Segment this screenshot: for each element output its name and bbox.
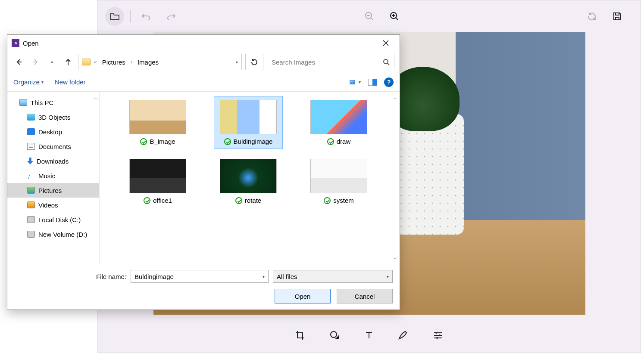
undo-button[interactable] — [137, 7, 156, 26]
save-button[interactable] — [608, 7, 627, 26]
file-name: rotate — [245, 197, 261, 204]
dialog-titlebar[interactable]: .N Open — [7, 35, 400, 51]
downloads-icon — [27, 158, 33, 164]
reset-button[interactable] — [583, 7, 602, 26]
file-item[interactable]: system — [304, 155, 373, 208]
sync-ok-icon — [144, 197, 150, 204]
dialog-title: Open — [23, 40, 39, 47]
navigation-tree[interactable]: ︿ This PC 3D Objects Desktop Documents D… — [7, 92, 100, 265]
tree-downloads[interactable]: Downloads — [7, 154, 99, 168]
shape-tool[interactable] — [328, 329, 341, 341]
tree-label: This PC — [31, 99, 53, 106]
file-name-value: Buldingimage — [134, 273, 174, 280]
documents-icon — [27, 143, 35, 150]
close-button[interactable] — [377, 37, 394, 50]
refresh-button[interactable] — [245, 54, 263, 70]
pictures-icon — [27, 187, 35, 194]
file-item[interactable]: rotate — [214, 155, 283, 208]
tree-local-disk[interactable]: Local Disk (C:) — [7, 212, 99, 227]
3d-objects-icon — [27, 114, 35, 121]
sync-ok-icon — [140, 138, 147, 145]
file-name-combo[interactable]: Buldingimage ▾ — [131, 270, 269, 283]
tree-label: Pictures — [38, 187, 62, 194]
tree-label: Documents — [38, 143, 71, 150]
new-folder-button[interactable]: New folder — [55, 78, 86, 86]
pen-tool[interactable] — [397, 329, 410, 341]
scroll-up-icon[interactable]: ︿ — [393, 94, 398, 102]
sync-ok-icon — [324, 197, 331, 204]
pc-icon — [19, 99, 27, 106]
file-thumbnail — [220, 159, 277, 193]
cancel-label: Cancel — [355, 293, 375, 300]
scroll-up-icon[interactable]: ︿ — [93, 94, 98, 102]
disk-icon — [27, 216, 35, 223]
tree-label: Desktop — [38, 128, 62, 136]
file-thumbnail — [310, 100, 367, 134]
new-folder-label: New folder — [55, 78, 86, 86]
desktop-icon — [27, 128, 35, 135]
svg-rect-10 — [372, 79, 377, 86]
file-item[interactable]: draw — [304, 96, 373, 149]
adjust-tool[interactable] — [432, 329, 444, 341]
sync-ok-icon — [327, 138, 334, 145]
file-name-label: File name: — [96, 273, 126, 280]
file-thumbnail — [129, 159, 186, 193]
redo-button[interactable] — [162, 7, 181, 26]
tree-music[interactable]: ♪Music — [7, 168, 99, 183]
tree-this-pc[interactable]: This PC — [7, 95, 99, 110]
tree-3d-objects[interactable]: 3D Objects — [7, 110, 99, 124]
tree-desktop[interactable]: Desktop — [7, 124, 99, 139]
cancel-button[interactable]: Cancel — [337, 289, 393, 303]
scroll-down-icon[interactable]: ﹀ — [393, 255, 398, 263]
file-type-filter[interactable]: All files ▾ — [273, 270, 393, 283]
recent-locations-dropdown[interactable]: ▾ — [45, 56, 58, 68]
tree-documents[interactable]: Documents — [7, 139, 99, 154]
dialog-body: ︿ This PC 3D Objects Desktop Documents D… — [7, 92, 400, 265]
preview-pane-button[interactable] — [367, 77, 378, 88]
file-item[interactable]: B_image — [123, 96, 192, 149]
forward-button[interactable] — [29, 56, 42, 68]
organize-label: Organize — [13, 78, 40, 86]
organize-menu[interactable]: Organize ▾ — [13, 78, 44, 86]
svg-point-6 — [384, 59, 388, 64]
crop-tool[interactable] — [294, 329, 306, 341]
zoom-in-button[interactable] — [385, 7, 404, 26]
open-button[interactable]: Open — [275, 289, 331, 303]
breadcrumb-separator-icon: « — [94, 59, 97, 65]
help-button[interactable]: ? — [384, 77, 394, 87]
search-icon[interactable] — [383, 59, 390, 65]
navigation-row: ▾ « Pictures › Images ▾ — [7, 51, 400, 73]
svg-point-3 — [435, 332, 437, 334]
file-thumbnail — [310, 159, 367, 193]
file-list[interactable]: ︿ ﹀ B_image Buldingimage draw office1 — [100, 92, 400, 265]
tree-pictures[interactable]: Pictures — [7, 183, 99, 198]
file-item[interactable]: office1 — [123, 155, 192, 208]
tree-new-volume[interactable]: New Volume (D:) — [7, 227, 99, 242]
svg-point-8 — [351, 81, 352, 82]
tree-label: Downloads — [37, 158, 69, 165]
address-bar[interactable]: « Pictures › Images ▾ — [78, 54, 242, 70]
up-button[interactable] — [62, 56, 75, 68]
text-tool[interactable] — [363, 329, 375, 341]
chevron-right-icon: › — [131, 59, 132, 65]
search-input[interactable] — [272, 59, 383, 66]
address-history-dropdown[interactable]: ▾ — [236, 60, 238, 65]
search-box[interactable] — [267, 54, 394, 70]
view-options-button[interactable]: ▾ — [350, 77, 361, 88]
videos-icon — [27, 201, 35, 208]
zoom-out-button[interactable] — [360, 7, 379, 26]
breadcrumb-images[interactable]: Images — [136, 59, 160, 66]
toolbar-divider — [130, 10, 131, 23]
svg-point-5 — [436, 337, 438, 339]
tree-label: New Volume (D:) — [38, 231, 87, 238]
file-type-value: All files — [277, 273, 297, 280]
tree-videos[interactable]: Videos — [7, 198, 99, 212]
sync-ok-icon — [235, 197, 242, 204]
file-item[interactable]: Buldingimage — [214, 96, 283, 149]
chevron-down-icon: ▾ — [41, 80, 44, 84]
breadcrumb-pictures[interactable]: Pictures — [100, 59, 127, 66]
sync-ok-icon — [224, 138, 231, 145]
back-button[interactable] — [13, 56, 25, 68]
open-file-button[interactable] — [105, 7, 124, 26]
chevron-down-icon: ▾ — [387, 274, 389, 279]
